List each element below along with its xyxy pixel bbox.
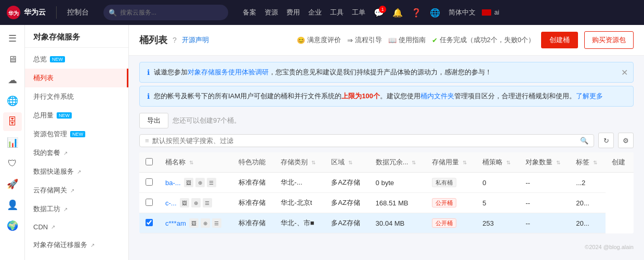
bucket-name-text[interactable]: ba-... — [165, 179, 181, 187]
sidebar-item-usage-label: 总用量 — [33, 111, 54, 120]
icon-sidebar-monitor[interactable]: 📊 — [3, 133, 22, 152]
sidebar-item-data-express[interactable]: 数据快递服务 ↗ — [25, 162, 128, 181]
survey-link[interactable]: 对象存储服务使用体验调研 — [188, 68, 269, 76]
col-redundancy-sort[interactable]: ⇅ — [412, 160, 416, 165]
filter-icon: ≡ — [145, 137, 149, 145]
icon-sidebar-cloud[interactable]: ☁ — [3, 71, 22, 89]
bucket-name-text[interactable]: c***am — [165, 219, 186, 227]
sidebar-item-overview[interactable]: 总览 NEW — [25, 50, 128, 69]
info-banner-survey: ℹ 诚邀您参加对象存储服务使用体验调研，您宝贵的意见和建议是我们持续提升产品体验… — [139, 62, 634, 83]
bucket-file-icon: ⊕ — [195, 178, 205, 187]
search-filter-bar[interactable]: ≡ 🔍 — [139, 134, 594, 147]
policy-tag: 公开桶 — [432, 198, 456, 207]
sidebar-item-cloud-storage-gw[interactable]: 云存储网关 ↗ — [25, 181, 128, 200]
col-tag-sort[interactable]: ⇅ — [593, 160, 597, 165]
folder-link[interactable]: 桶内文件夹 — [420, 92, 454, 100]
table-row[interactable]: ba-... 🖼 ⊕ ☰ 标准存储 华北-... 多AZ存储 0 byte 私有… — [139, 173, 634, 193]
user-area[interactable]: ai — [482, 9, 499, 16]
refresh-button[interactable]: ↻ — [598, 133, 614, 148]
nav-billing[interactable]: 费用 — [286, 8, 300, 17]
icon-sidebar-home[interactable]: ☰ — [3, 29, 22, 48]
bell-icon[interactable]: 🔔 — [392, 8, 403, 18]
row-check-cell[interactable] — [139, 173, 159, 193]
flow-guide-action[interactable]: ⇒ 流程引导 — [347, 35, 382, 45]
sidebar-item-resource-label: 资源包管理 — [33, 129, 67, 139]
row-checkbox[interactable] — [146, 178, 153, 186]
page-help-icon[interactable]: ? — [173, 36, 177, 44]
row-created-cell: 20... — [570, 193, 606, 213]
open-statement-link[interactable]: 开源声明 — [182, 35, 209, 45]
row-region-name-cell: 华北-、市■ — [274, 213, 325, 233]
col-storage-sort[interactable]: ⇅ — [311, 160, 316, 165]
search-filter-input[interactable] — [152, 137, 577, 145]
sidebar-item-bucket-list[interactable]: 桶列表 — [25, 69, 128, 87]
sidebar-item-parallel-label: 并行文件系统 — [33, 92, 74, 101]
sidebar-item-cdn[interactable]: CDN ↗ — [25, 218, 128, 236]
col-usage-sort[interactable]: ⇅ — [463, 160, 467, 165]
sidebar-item-migration[interactable]: 对象存储迁移服务 ↗ — [25, 236, 128, 254]
usage-guide-action[interactable]: 📖 使用指南 — [388, 35, 426, 45]
globe-icon[interactable]: 🌐 — [430, 8, 440, 18]
row-storage-type-cell: 标准存储 — [232, 173, 274, 193]
icon-sidebar-network[interactable]: 🌐 — [3, 92, 22, 110]
main-layout: ☰ 🖥 ☁ 🌐 🗄 📊 🛡 🚀 👤 🌍 对象存储服务 总览 NEW 桶列表 并行… — [0, 25, 644, 260]
lang-selector[interactable]: 简体中文 — [449, 8, 476, 17]
icon-sidebar-global[interactable]: 🌍 — [3, 216, 22, 235]
global-search-bar[interactable]: 🔍 — [103, 5, 228, 20]
table-row[interactable]: c***am 🖼 ⊕ ☰ 标准存储 华北-、市■ 多AZ存储 30.04 MB … — [139, 213, 634, 233]
icon-sidebar-deploy[interactable]: 🚀 — [3, 175, 22, 193]
col-obj-count-sort[interactable]: ⇅ — [556, 160, 560, 165]
global-search-input[interactable] — [120, 9, 223, 16]
col-name-label: 桶名称 — [165, 158, 186, 166]
bucket-list-icon: ☰ — [212, 218, 221, 228]
icon-sidebar-server[interactable]: 🖥 — [3, 50, 22, 69]
policy-tag: 私有桶 — [432, 178, 456, 187]
table-body: ba-... 🖼 ⊕ ☰ 标准存储 华北-... 多AZ存储 0 byte 私有… — [139, 173, 634, 233]
sidebar-item-resource-pkg[interactable]: 资源包管理 NEW — [25, 125, 128, 144]
row-check-cell[interactable] — [139, 213, 159, 233]
row-checkbox[interactable] — [146, 199, 153, 206]
message-icon[interactable]: 💬 1 — [374, 8, 384, 18]
export-button[interactable]: 导出 — [139, 113, 168, 128]
sidebar-item-data-workshop[interactable]: 数据工坊 ↗ — [25, 200, 128, 218]
banner1-close-button[interactable]: ✕ — [621, 68, 628, 77]
help-icon[interactable]: ❓ — [411, 8, 422, 18]
icon-sidebar-users[interactable]: 👤 — [3, 196, 22, 214]
table-row[interactable]: c-... 🖼 ⊕ ☰ 标准存储 华北-北京t 多AZ存储 168.51 MB … — [139, 193, 634, 213]
settings-button[interactable]: ⚙ — [618, 133, 634, 148]
bucket-name-text[interactable]: c-... — [165, 199, 177, 207]
col-region-sort[interactable]: ⇅ — [348, 160, 352, 165]
col-policy-sort[interactable]: ⇅ — [506, 160, 510, 165]
sidebar: 对象存储服务 总览 NEW 桶列表 并行文件系统 总用量 NEW 资源包管理 N… — [25, 25, 129, 260]
col-feature: 特色功能 — [232, 152, 274, 173]
create-bucket-button[interactable]: 创建桶 — [541, 32, 578, 48]
can-create-tip: 您还可以创建97个桶。 — [173, 116, 241, 125]
col-name-sort[interactable]: ⇅ — [189, 160, 193, 165]
banner1-text: 诚邀您参加对象存储服务使用体验调研，您宝贵的意见和建议是我们持续提升产品体验的源… — [154, 68, 492, 77]
satisfaction-action[interactable]: 😊 满意度评价 — [297, 35, 341, 45]
icon-sidebar-security[interactable]: 🛡 — [3, 154, 22, 173]
control-panel-label: 控制台 — [67, 8, 89, 17]
nav-beian[interactable]: 备案 — [243, 8, 256, 17]
row-name-cell: c-... 🖼 ⊕ ☰ — [159, 193, 232, 213]
sidebar-item-parallel-fs[interactable]: 并行文件系统 — [25, 87, 128, 106]
sidebar-item-usage[interactable]: 总用量 NEW — [25, 106, 128, 125]
select-all-checkbox[interactable] — [146, 158, 153, 165]
learn-more-link[interactable]: 了解更多 — [576, 92, 603, 100]
page-header-right: 😊 满意度评价 ⇒ 流程引导 📖 使用指南 ✔ 任务完成（成功2个，失败0个） … — [297, 31, 634, 49]
row-checkbox[interactable] — [146, 219, 153, 226]
external-link-icon-3: ↗ — [70, 188, 74, 193]
nav-enterprise[interactable]: 企业 — [308, 8, 322, 17]
row-storage-type-cell: 标准存储 — [232, 213, 274, 233]
nav-divider — [56, 6, 57, 19]
sidebar-item-my-pkg[interactable]: 我的套餐 ↗ — [25, 144, 128, 162]
logo[interactable]: 华为 华为云 — [6, 5, 46, 20]
buy-resource-button[interactable]: 购买资源包 — [584, 31, 634, 49]
svg-text:华为: 华为 — [8, 10, 19, 16]
row-check-cell[interactable] — [139, 193, 159, 213]
icon-sidebar-storage[interactable]: 🗄 — [3, 112, 22, 131]
search-filter-icon[interactable]: 🔍 — [580, 137, 588, 145]
nav-resources[interactable]: 资源 — [265, 8, 278, 17]
nav-tools[interactable]: 工具 — [330, 8, 344, 17]
nav-workorder[interactable]: 工单 — [352, 8, 365, 17]
